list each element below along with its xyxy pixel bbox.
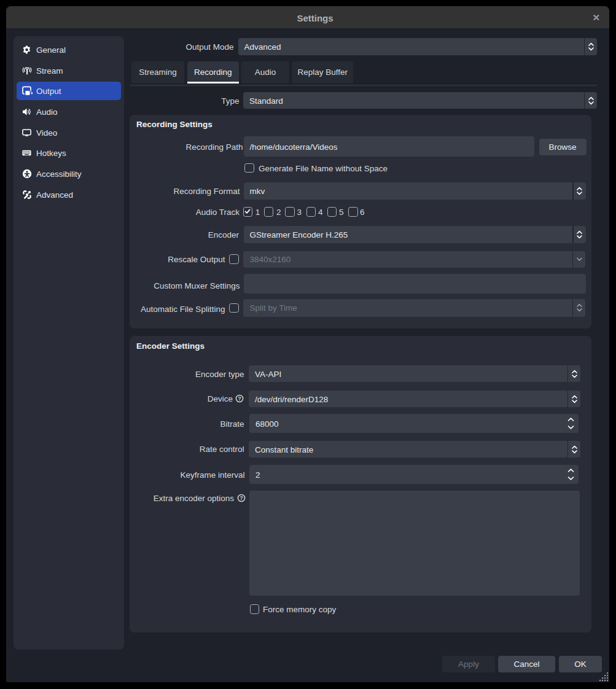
svg-text:?: ? — [238, 395, 241, 402]
svg-text:?: ? — [240, 495, 244, 501]
